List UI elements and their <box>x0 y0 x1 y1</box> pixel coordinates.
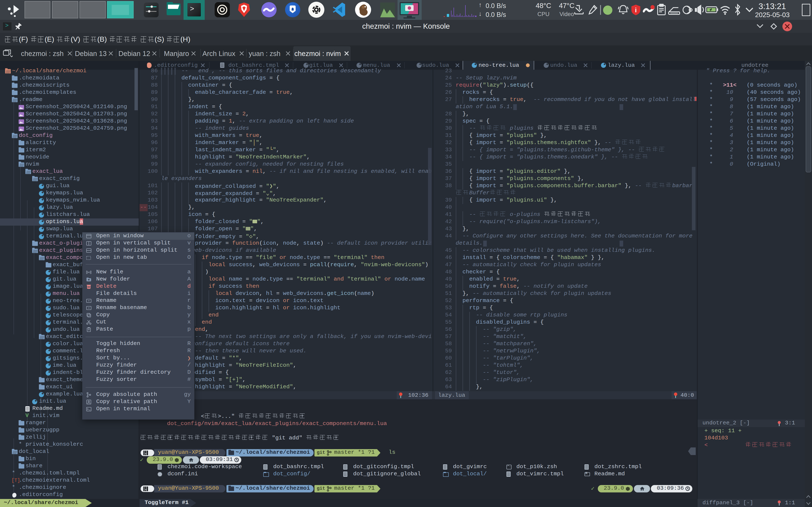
svg-text:i: i <box>635 7 637 13</box>
